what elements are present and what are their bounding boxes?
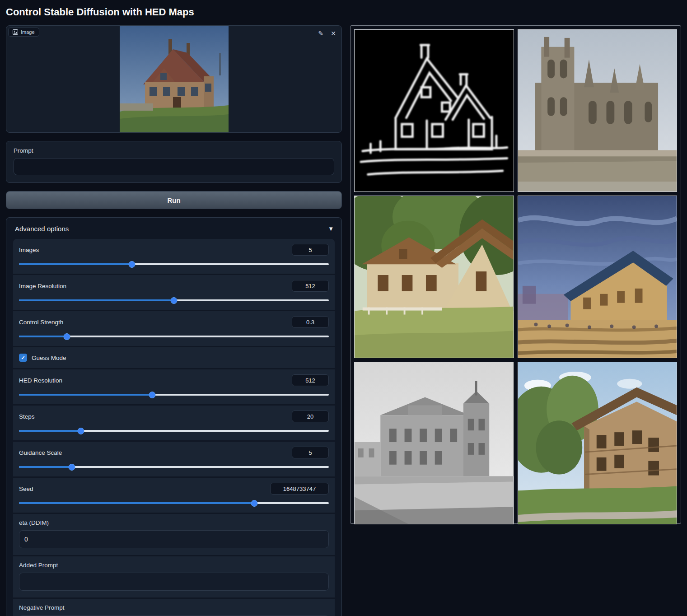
input-image xyxy=(120,26,229,132)
slider-fill xyxy=(19,394,152,396)
guess-mode-checkbox[interactable] xyxy=(19,354,27,362)
guidance-scale-slider[interactable] xyxy=(19,463,329,471)
main-layout: Image ✎ ✕ xyxy=(6,25,681,616)
gallery-item-painted-cottage[interactable] xyxy=(354,196,514,358)
slider-fill xyxy=(19,502,254,504)
slider-fill xyxy=(19,299,174,301)
slider-handle[interactable] xyxy=(129,261,136,268)
advanced-form: Images Image Resolution xyxy=(13,239,335,616)
painted-cottage-image xyxy=(355,196,514,358)
image-icon xyxy=(13,29,18,35)
images-value-input[interactable] xyxy=(292,244,329,256)
page-title: Control Stable Diffusion with HED Maps xyxy=(6,6,681,18)
slider-fill xyxy=(19,466,72,468)
added-prompt-label: Added Prompt xyxy=(19,562,329,569)
advanced-options-label: Advanced options xyxy=(15,225,69,233)
image-resolution-slider[interactable] xyxy=(19,297,329,304)
gallery-item-timber-house[interactable] xyxy=(518,362,678,524)
slider-handle[interactable] xyxy=(251,500,258,507)
negative-prompt-label: Negative Prompt xyxy=(19,604,329,611)
added-prompt-input[interactable] xyxy=(19,573,329,591)
image-label-badge: Image xyxy=(8,28,39,37)
slider-fill xyxy=(19,336,67,337)
app: Control Stable Diffusion with HED Maps I… xyxy=(0,0,687,616)
control-strength-row: Control Strength xyxy=(13,311,335,346)
images-row: Images xyxy=(13,239,335,274)
output-gallery xyxy=(350,25,681,524)
run-button[interactable]: Run xyxy=(6,191,342,209)
seed-row: Seed xyxy=(13,478,335,513)
slider-handle[interactable] xyxy=(68,464,75,471)
prompt-input[interactable] xyxy=(14,158,334,175)
gallery-item-hed-map[interactable] xyxy=(354,29,514,192)
eta-label: eta (DDIM) xyxy=(19,519,329,526)
advanced-options-toggle[interactable]: Advanced options ▼ xyxy=(15,225,334,233)
left-column: Image ✎ ✕ xyxy=(6,25,342,616)
image-resolution-label: Image Resolution xyxy=(19,283,66,289)
slider-handle[interactable] xyxy=(171,297,178,304)
slider-handle[interactable] xyxy=(64,333,70,340)
guess-mode-row: Guess Mode xyxy=(13,347,335,368)
bw-building-image xyxy=(355,362,514,524)
gallery-item-impressionist-painting[interactable] xyxy=(518,196,678,358)
gallery-item-bw-building[interactable] xyxy=(354,362,514,524)
control-strength-label: Control Strength xyxy=(19,319,63,326)
hed-resolution-row: HED Resolution xyxy=(13,369,335,404)
seed-label: Seed xyxy=(19,485,33,492)
negative-prompt-row: Negative Prompt xyxy=(13,599,335,616)
control-strength-value-input[interactable] xyxy=(292,316,329,328)
steps-label: Steps xyxy=(19,413,35,420)
guidance-scale-label: Guidance Scale xyxy=(19,449,62,456)
slider-fill xyxy=(19,430,81,432)
image-label: Image xyxy=(21,29,35,35)
clear-image-button[interactable]: ✕ xyxy=(330,29,337,37)
prompt-label: Prompt xyxy=(14,147,334,154)
edit-image-button[interactable]: ✎ xyxy=(318,29,325,37)
steps-value-input[interactable] xyxy=(292,411,329,422)
guidance-scale-value-input[interactable] xyxy=(292,447,329,458)
prompt-block: Prompt xyxy=(6,141,342,183)
image-upload[interactable]: Image ✎ ✕ xyxy=(6,25,342,133)
image-resolution-value-input[interactable] xyxy=(292,280,329,292)
impressionist-painting-image xyxy=(518,196,677,358)
hed-resolution-value-input[interactable] xyxy=(292,374,329,386)
steps-row: Steps xyxy=(13,406,335,440)
images-label: Images xyxy=(19,247,39,253)
slider-handle[interactable] xyxy=(149,392,155,398)
gallery-item-cathedral[interactable] xyxy=(518,29,678,192)
seed-value-input[interactable] xyxy=(270,483,329,495)
chevron-down-icon: ▼ xyxy=(328,225,334,232)
eta-input[interactable] xyxy=(19,530,329,548)
guidance-scale-row: Guidance Scale xyxy=(13,442,335,476)
control-strength-slider[interactable] xyxy=(19,333,329,340)
hed-map-image xyxy=(355,30,514,191)
images-slider[interactable] xyxy=(19,261,329,268)
added-prompt-row: Added Prompt xyxy=(13,556,335,597)
hed-resolution-label: HED Resolution xyxy=(19,377,62,384)
image-resolution-row: Image Resolution xyxy=(13,275,335,310)
steps-slider[interactable] xyxy=(19,427,329,434)
hed-resolution-slider[interactable] xyxy=(19,391,329,398)
seed-slider[interactable] xyxy=(19,499,329,507)
eta-row: eta (DDIM) xyxy=(13,514,335,555)
advanced-options-panel: Advanced options ▼ Images xyxy=(6,217,342,616)
slider-fill xyxy=(19,263,132,265)
right-column xyxy=(350,25,681,524)
guess-mode-label: Guess Mode xyxy=(32,355,66,361)
cathedral-image xyxy=(518,30,677,191)
timber-house-image xyxy=(518,362,677,524)
image-toolbar: ✎ ✕ xyxy=(318,29,337,37)
slider-handle[interactable] xyxy=(78,428,84,434)
